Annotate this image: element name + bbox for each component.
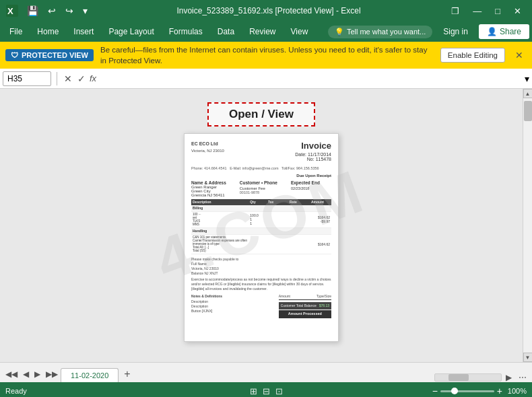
tabs-bar-right: ▶ ⋯ [434,373,529,382]
status-text: Ready [5,387,27,395]
tab-nav-prev-button[interactable]: ◀ [20,366,32,382]
protected-view-message: Be careful—files from the Internet can c… [100,44,434,66]
tell-me-box[interactable]: 💡 Tell me what you want... [328,26,432,38]
share-icon: 👤 [487,27,497,36]
scroll-down-button[interactable]: ▼ [523,353,533,362]
page-break-view-button[interactable]: ⊡ [274,385,284,397]
menu-insert[interactable]: Insert [67,24,100,39]
sheet-content: 4.COM Open / View EC ECO Ltd Victoria, N… [0,89,523,362]
zoom-level: 100% [505,387,527,395]
lightbulb-icon: 💡 [335,28,344,36]
menu-home[interactable]: Home [30,24,65,39]
menu-file[interactable]: File [3,24,29,39]
invoice-footer: Please make checks payable toFull NameVi… [191,257,331,318]
status-right: − + 100% [353,386,527,396]
menu-review[interactable]: Review [242,24,282,39]
expand-formula-bar-button[interactable]: ▾ [525,73,529,84]
excel-icon: X [5,4,19,17]
formula-bar-expand: ▾ [525,73,529,84]
page-layout-view-button[interactable]: ⊟ [261,385,271,397]
zoom-out-button[interactable]: − [432,386,438,396]
quick-access-toolbar: 💾 ↩ ↪ ▾ [23,4,92,17]
protected-view-bar: 🛡 PROTECTED VIEW Be careful—files from t… [0,42,532,69]
status-bar: Ready ⊞ ⊟ ⊡ − + 100% [0,382,532,397]
title-bar: X 💾 ↩ ↪ ▾ Invoice_523389_51692.xls [Prot… [0,0,532,22]
scroll-up-button[interactable]: ▲ [523,89,533,98]
status-ready: Ready [5,387,179,395]
customize-qat-button[interactable]: ▾ [79,4,92,17]
window-controls: ❐ — □ ✕ [446,5,527,17]
normal-view-button[interactable]: ⊞ [248,385,259,397]
shield-icon: 🛡 [11,51,18,59]
enable-editing-button[interactable]: Enable Editing [440,48,505,63]
confirm-formula-button[interactable]: ✓ [76,72,87,85]
zoom-controls: − + 100% [432,386,527,396]
sign-in-button[interactable]: Sign in [438,25,473,38]
title-text: Invoice_523389_51692.xls [Protected View… [92,6,446,15]
minimize-button[interactable]: — [467,5,487,17]
formula-divider [57,72,57,85]
formula-bar: ✕ ✓ fx ▾ [0,69,532,89]
svg-text:X: X [7,6,13,16]
undo-button[interactable]: ↩ [44,4,60,17]
tell-me-text: Tell me what you want... [347,28,426,36]
horizontal-scroll-thumb[interactable] [448,374,469,381]
tab-nav-next-button[interactable]: ▶ [32,366,43,382]
close-button[interactable]: ✕ [508,5,527,17]
menu-bar-right: 💡 Tell me what you want... Sign in 👤 Sha… [328,24,529,39]
scroll-thumb[interactable] [524,101,532,121]
title-bar-left: X 💾 ↩ ↪ ▾ [5,4,92,17]
invoice-table: Description Qty Tax Rate Amount Billing [191,199,331,254]
protected-view-label: PROTECTED VIEW [22,51,88,59]
tab-nav-first-button[interactable]: ◀◀ [3,366,20,382]
formula-input[interactable] [99,74,522,83]
invoice-document: EC ECO Ltd Victoria, NJ 23010 Invoice Da… [184,133,339,342]
cell-reference-box[interactable] [3,71,51,86]
main-content-area: 4.COM Open / View EC ECO Ltd Victoria, N… [0,89,532,362]
sheet-tab-1[interactable]: 11-02-2020 [61,368,119,382]
restore-button[interactable]: ❐ [446,5,465,17]
status-center: ⊞ ⊟ ⊡ [179,385,353,397]
share-label: Share [500,27,521,36]
close-protected-bar-button[interactable]: ✕ [512,48,527,62]
zoom-in-button[interactable]: + [497,386,502,396]
menu-view[interactable]: View [284,24,315,39]
open-view-label: Open / View [207,102,315,127]
document-preview-container: Open / View EC ECO Ltd Victoria, NJ 2301… [184,102,339,342]
invoice-due: Due Upon Receipt [191,174,331,178]
add-sheet-button[interactable]: + [119,366,135,382]
menu-formulas[interactable]: Formulas [162,24,209,39]
protected-view-badge: 🛡 PROTECTED VIEW [5,49,94,61]
share-button[interactable]: 👤 Share [479,24,529,39]
tab-nav-last-button[interactable]: ▶▶ [43,366,61,382]
invoice-contact-info: Phone: 414.664.4541 E-Mail: info@green@m… [191,166,331,172]
formula-buttons: ✕ ✓ fx [63,72,96,85]
redo-button[interactable]: ↪ [61,4,77,17]
invoice-title: Invoice [295,141,331,151]
maximize-button[interactable]: □ [490,5,506,17]
zoom-slider[interactable] [440,390,494,392]
menu-page-layout[interactable]: Page Layout [102,24,160,39]
vertical-scrollbar[interactable]: ▲ ▼ [523,89,532,362]
menu-data[interactable]: Data [211,24,241,39]
scroll-right-button[interactable]: ▶ [503,373,514,382]
fx-label: fx [90,73,96,83]
menu-bar: File Home Insert Page Layout Formulas Da… [0,22,532,42]
horizontal-scrollbar[interactable] [434,373,502,382]
save-button[interactable]: 💾 [23,4,42,17]
cancel-formula-button[interactable]: ✕ [63,72,73,85]
sheet-tabs-bar: ◀◀ ◀ ▶ ▶▶ 11-02-2020 + ▶ ⋯ [0,362,532,382]
more-sheets-button[interactable]: ⋯ [516,373,529,382]
